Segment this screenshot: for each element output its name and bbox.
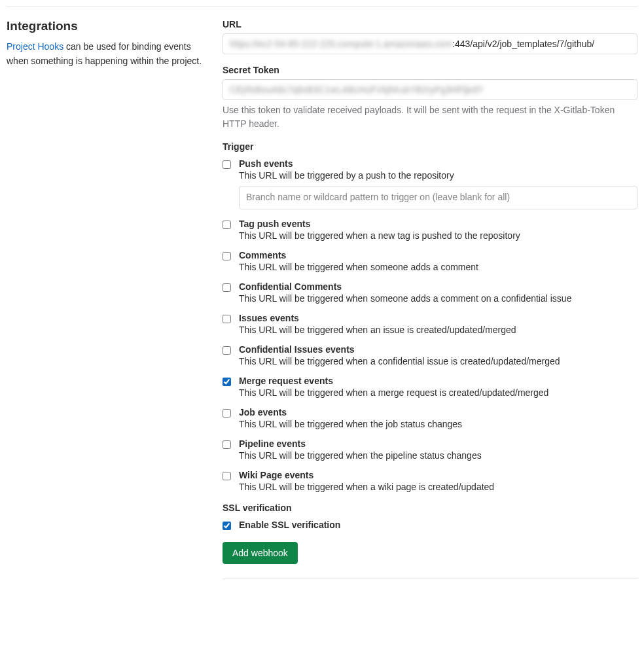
trigger-section-label: Trigger (223, 141, 637, 152)
trigger-checkbox-confidential_issues[interactable] (223, 346, 231, 355)
trigger-desc-comments: This URL will be triggered when someone … (239, 262, 637, 272)
triggers-list: Push eventsThis URL will be triggered by… (223, 158, 637, 492)
webhook-form: URL https://ec2-54-85-222-225.compute-1.… (223, 19, 637, 579)
trigger-item-issues: Issues eventsThis URL will be triggered … (223, 313, 637, 335)
integrations-container: Integrations Project Hooks can be used f… (7, 19, 637, 579)
url-label: URL (223, 19, 637, 29)
trigger-checkbox-issues[interactable] (223, 315, 231, 323)
ssl-check-item: Enable SSL verification (223, 520, 637, 531)
secret-token-label: Secret Token (223, 65, 637, 75)
trigger-title-confidential_comments: Confidential Comments (239, 281, 637, 292)
secret-token-input[interactable]: CEjrfoBouA8c7q6xB3C1wLABcHuFVkjhKukYB2ry… (223, 79, 637, 100)
trigger-body-wiki: Wiki Page eventsThis URL will be trigger… (239, 470, 637, 492)
secret-token-group: Secret Token CEjrfoBouA8c7q6xB3C1wLABcHu… (223, 65, 637, 131)
ssl-checkbox[interactable] (223, 522, 231, 530)
secret-token-masked: CEjrfoBouA8c7q6xB3C1wLABcHuFVkjhKukYB2ry… (230, 84, 484, 95)
trigger-body-issues: Issues eventsThis URL will be triggered … (239, 313, 637, 335)
bottom-divider (223, 578, 637, 579)
trigger-item-confidential_issues: Confidential Issues eventsThis URL will … (223, 344, 637, 366)
trigger-desc-wiki: This URL will be triggered when a wiki p… (239, 482, 637, 492)
trigger-branch-input[interactable] (239, 186, 637, 209)
trigger-item-merge_request: Merge request eventsThis URL will be tri… (223, 376, 637, 398)
add-webhook-button[interactable]: Add webhook (223, 542, 298, 564)
url-visible-part: :443/api/v2/job_templates/7/github/ (452, 39, 594, 49)
trigger-checkbox-merge_request[interactable] (223, 378, 231, 386)
secret-token-help: Use this token to validate received payl… (223, 103, 637, 131)
trigger-checkbox-pipeline[interactable] (223, 440, 231, 449)
trigger-item-job: Job eventsThis URL will be triggered whe… (223, 407, 637, 429)
trigger-checkbox-tag_push[interactable] (223, 221, 231, 229)
trigger-title-job: Job events (239, 407, 637, 417)
trigger-section: Trigger Push eventsThis URL will be trig… (223, 141, 637, 492)
trigger-body-pipeline: Pipeline eventsThis URL will be triggere… (239, 438, 637, 461)
trigger-item-pipeline: Pipeline eventsThis URL will be triggere… (223, 438, 637, 461)
trigger-item-comments: CommentsThis URL will be triggered when … (223, 250, 637, 272)
trigger-title-wiki: Wiki Page events (239, 470, 637, 480)
trigger-item-wiki: Wiki Page eventsThis URL will be trigger… (223, 470, 637, 492)
trigger-body-confidential_issues: Confidential Issues eventsThis URL will … (239, 344, 637, 366)
trigger-title-issues: Issues events (239, 313, 637, 323)
trigger-checkbox-confidential_comments[interactable] (223, 283, 231, 292)
trigger-title-tag_push: Tag push events (239, 219, 637, 229)
trigger-body-confidential_comments: Confidential CommentsThis URL will be tr… (239, 281, 637, 304)
trigger-checkbox-push[interactable] (223, 160, 231, 169)
trigger-body-merge_request: Merge request eventsThis URL will be tri… (239, 376, 637, 398)
sidebar-description: Project Hooks can be used for binding ev… (7, 40, 203, 68)
trigger-body-comments: CommentsThis URL will be triggered when … (239, 250, 637, 272)
trigger-title-push: Push events (239, 158, 637, 169)
url-group: URL https://ec2-54-85-222-225.compute-1.… (223, 19, 637, 54)
trigger-checkbox-comments[interactable] (223, 252, 231, 260)
ssl-section: SSL verification Enable SSL verification (223, 503, 637, 531)
trigger-item-tag_push: Tag push eventsThis URL will be triggere… (223, 219, 637, 241)
trigger-desc-pipeline: This URL will be triggered when the pipe… (239, 450, 637, 461)
trigger-desc-issues: This URL will be triggered when an issue… (239, 325, 637, 335)
top-divider (7, 7, 637, 7)
trigger-desc-confidential_comments: This URL will be triggered when someone … (239, 293, 637, 304)
ssl-check-body: Enable SSL verification (239, 520, 637, 531)
url-input[interactable]: https://ec2-54-85-222-225.compute-1.amaz… (223, 33, 637, 54)
trigger-desc-merge_request: This URL will be triggered when a merge … (239, 387, 637, 398)
trigger-body-tag_push: Tag push eventsThis URL will be triggere… (239, 219, 637, 241)
trigger-desc-confidential_issues: This URL will be triggered when a confid… (239, 356, 637, 366)
trigger-title-comments: Comments (239, 250, 637, 260)
url-masked-part: https://ec2-54-85-222-225.compute-1.amaz… (230, 39, 452, 49)
ssl-section-label: SSL verification (223, 503, 637, 513)
sidebar-title: Integrations (7, 19, 203, 33)
trigger-title-confidential_issues: Confidential Issues events (239, 344, 637, 355)
trigger-item-confidential_comments: Confidential CommentsThis URL will be tr… (223, 281, 637, 304)
trigger-checkbox-wiki[interactable] (223, 472, 231, 480)
trigger-title-pipeline: Pipeline events (239, 438, 637, 449)
trigger-checkbox-job[interactable] (223, 409, 231, 417)
trigger-body-job: Job eventsThis URL will be triggered whe… (239, 407, 637, 429)
trigger-desc-tag_push: This URL will be triggered when a new ta… (239, 230, 637, 241)
sidebar: Integrations Project Hooks can be used f… (7, 19, 223, 68)
trigger-item-push: Push eventsThis URL will be triggered by… (223, 158, 637, 209)
trigger-desc-job: This URL will be triggered when the job … (239, 419, 637, 429)
trigger-body-push: Push eventsThis URL will be triggered by… (239, 158, 637, 209)
ssl-title: Enable SSL verification (239, 520, 637, 530)
trigger-title-merge_request: Merge request events (239, 376, 637, 386)
project-hooks-link[interactable]: Project Hooks (7, 41, 63, 52)
trigger-desc-push: This URL will be triggered by a push to … (239, 170, 637, 181)
